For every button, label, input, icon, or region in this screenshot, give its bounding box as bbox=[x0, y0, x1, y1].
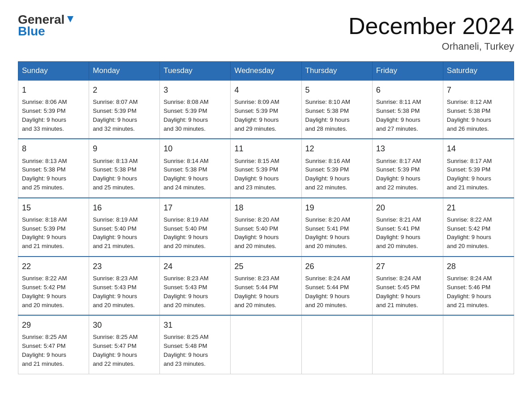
calendar-cell: 30Sunrise: 8:25 AMSunset: 5:47 PMDayligh… bbox=[89, 315, 160, 374]
calendar-cell: 25Sunrise: 8:23 AMSunset: 5:44 PMDayligh… bbox=[231, 257, 301, 315]
page-header: General Blue December 2024 Orhaneli, Tur… bbox=[18, 13, 514, 52]
calendar-cell: 23Sunrise: 8:23 AMSunset: 5:43 PMDayligh… bbox=[89, 257, 160, 315]
logo-arrow-icon bbox=[65, 14, 75, 24]
day-number: 10 bbox=[163, 143, 227, 154]
day-number: 4 bbox=[234, 84, 297, 96]
day-number: 25 bbox=[234, 261, 297, 272]
calendar-cell: 15Sunrise: 8:18 AMSunset: 5:39 PMDayligh… bbox=[18, 198, 89, 257]
calendar-cell: 3Sunrise: 8:08 AMSunset: 5:39 PMDaylight… bbox=[160, 80, 231, 139]
day-number: 2 bbox=[93, 84, 156, 96]
calendar-cell bbox=[372, 315, 443, 374]
calendar-header-row: SundayMondayTuesdayWednesdayThursdayFrid… bbox=[18, 62, 514, 81]
cell-content: Sunrise: 8:24 AMSunset: 5:46 PMDaylight:… bbox=[447, 274, 510, 309]
day-number: 12 bbox=[305, 143, 369, 154]
cell-content: Sunrise: 8:10 AMSunset: 5:38 PMDaylight:… bbox=[305, 98, 369, 133]
logo: General Blue bbox=[18, 13, 75, 39]
day-number: 21 bbox=[447, 202, 510, 214]
calendar-cell: 7Sunrise: 8:12 AMSunset: 5:38 PMDaylight… bbox=[443, 80, 514, 139]
day-number: 26 bbox=[305, 261, 369, 272]
day-number: 16 bbox=[93, 202, 156, 214]
day-number: 23 bbox=[93, 261, 156, 272]
column-header-wednesday: Wednesday bbox=[231, 62, 301, 81]
calendar-week-row: 29Sunrise: 8:25 AMSunset: 5:47 PMDayligh… bbox=[18, 315, 514, 374]
calendar-cell: 8Sunrise: 8:13 AMSunset: 5:38 PMDaylight… bbox=[18, 139, 89, 197]
cell-content: Sunrise: 8:22 AMSunset: 5:42 PMDaylight:… bbox=[22, 274, 85, 309]
cell-content: Sunrise: 8:23 AMSunset: 5:43 PMDaylight:… bbox=[93, 274, 156, 309]
calendar-cell: 10Sunrise: 8:14 AMSunset: 5:38 PMDayligh… bbox=[160, 139, 231, 197]
calendar-cell: 22Sunrise: 8:22 AMSunset: 5:42 PMDayligh… bbox=[18, 257, 89, 315]
day-number: 22 bbox=[22, 261, 85, 272]
calendar-week-row: 15Sunrise: 8:18 AMSunset: 5:39 PMDayligh… bbox=[18, 198, 514, 257]
cell-content: Sunrise: 8:25 AMSunset: 5:48 PMDaylight:… bbox=[163, 333, 227, 368]
column-header-monday: Monday bbox=[89, 62, 160, 81]
cell-content: Sunrise: 8:16 AMSunset: 5:39 PMDaylight:… bbox=[305, 157, 369, 192]
column-header-saturday: Saturday bbox=[443, 62, 514, 81]
title-section: December 2024 Orhaneli, Turkey bbox=[348, 13, 514, 52]
cell-content: Sunrise: 8:24 AMSunset: 5:45 PMDaylight:… bbox=[376, 274, 439, 309]
cell-content: Sunrise: 8:08 AMSunset: 5:39 PMDaylight:… bbox=[163, 98, 227, 133]
cell-content: Sunrise: 8:09 AMSunset: 5:39 PMDaylight:… bbox=[234, 98, 297, 133]
cell-content: Sunrise: 8:19 AMSunset: 5:40 PMDaylight:… bbox=[93, 215, 156, 251]
column-header-tuesday: Tuesday bbox=[160, 62, 231, 81]
calendar-week-row: 8Sunrise: 8:13 AMSunset: 5:38 PMDaylight… bbox=[18, 139, 514, 197]
calendar-cell: 11Sunrise: 8:15 AMSunset: 5:39 PMDayligh… bbox=[231, 139, 301, 197]
calendar-cell: 18Sunrise: 8:20 AMSunset: 5:40 PMDayligh… bbox=[231, 198, 301, 257]
calendar-cell: 6Sunrise: 8:11 AMSunset: 5:38 PMDaylight… bbox=[372, 80, 443, 139]
cell-content: Sunrise: 8:15 AMSunset: 5:39 PMDaylight:… bbox=[234, 157, 297, 192]
calendar-table: SundayMondayTuesdayWednesdayThursdayFrid… bbox=[18, 61, 514, 374]
calendar-cell: 4Sunrise: 8:09 AMSunset: 5:39 PMDaylight… bbox=[231, 80, 301, 139]
cell-content: Sunrise: 8:23 AMSunset: 5:43 PMDaylight:… bbox=[163, 274, 227, 309]
column-header-friday: Friday bbox=[372, 62, 443, 81]
calendar-body: 1Sunrise: 8:06 AMSunset: 5:39 PMDaylight… bbox=[18, 80, 514, 374]
day-number: 13 bbox=[376, 143, 439, 154]
cell-content: Sunrise: 8:21 AMSunset: 5:41 PMDaylight:… bbox=[376, 215, 439, 251]
calendar-cell: 13Sunrise: 8:17 AMSunset: 5:39 PMDayligh… bbox=[372, 139, 443, 197]
calendar-cell: 24Sunrise: 8:23 AMSunset: 5:43 PMDayligh… bbox=[160, 257, 231, 315]
cell-content: Sunrise: 8:20 AMSunset: 5:40 PMDaylight:… bbox=[234, 215, 297, 251]
calendar-cell: 26Sunrise: 8:24 AMSunset: 5:44 PMDayligh… bbox=[301, 257, 372, 315]
cell-content: Sunrise: 8:06 AMSunset: 5:39 PMDaylight:… bbox=[22, 98, 85, 133]
calendar-cell: 28Sunrise: 8:24 AMSunset: 5:46 PMDayligh… bbox=[443, 257, 514, 315]
day-number: 6 bbox=[376, 84, 439, 96]
svg-marker-0 bbox=[67, 16, 73, 22]
day-number: 5 bbox=[305, 84, 369, 96]
calendar-cell: 20Sunrise: 8:21 AMSunset: 5:41 PMDayligh… bbox=[372, 198, 443, 257]
day-number: 7 bbox=[447, 84, 510, 96]
day-number: 15 bbox=[22, 202, 85, 214]
day-number: 20 bbox=[376, 202, 439, 214]
calendar-cell: 31Sunrise: 8:25 AMSunset: 5:48 PMDayligh… bbox=[160, 315, 231, 374]
cell-content: Sunrise: 8:25 AMSunset: 5:47 PMDaylight:… bbox=[22, 333, 85, 368]
cell-content: Sunrise: 8:17 AMSunset: 5:39 PMDaylight:… bbox=[447, 157, 510, 192]
cell-content: Sunrise: 8:25 AMSunset: 5:47 PMDaylight:… bbox=[93, 333, 156, 368]
day-number: 11 bbox=[234, 143, 297, 154]
calendar-cell: 21Sunrise: 8:22 AMSunset: 5:42 PMDayligh… bbox=[443, 198, 514, 257]
subtitle: Orhaneli, Turkey bbox=[348, 41, 514, 52]
cell-content: Sunrise: 8:18 AMSunset: 5:39 PMDaylight:… bbox=[22, 215, 85, 251]
day-number: 31 bbox=[163, 319, 227, 331]
calendar-cell: 29Sunrise: 8:25 AMSunset: 5:47 PMDayligh… bbox=[18, 315, 89, 374]
page-title: December 2024 bbox=[348, 13, 514, 39]
calendar-cell: 14Sunrise: 8:17 AMSunset: 5:39 PMDayligh… bbox=[443, 139, 514, 197]
cell-content: Sunrise: 8:14 AMSunset: 5:38 PMDaylight:… bbox=[163, 157, 227, 192]
column-header-thursday: Thursday bbox=[301, 62, 372, 81]
day-number: 28 bbox=[447, 261, 510, 272]
day-number: 18 bbox=[234, 202, 297, 214]
day-number: 17 bbox=[163, 202, 227, 214]
cell-content: Sunrise: 8:24 AMSunset: 5:44 PMDaylight:… bbox=[305, 274, 369, 309]
day-number: 3 bbox=[163, 84, 227, 96]
calendar-cell: 12Sunrise: 8:16 AMSunset: 5:39 PMDayligh… bbox=[301, 139, 372, 197]
day-number: 19 bbox=[305, 202, 369, 214]
calendar-cell: 2Sunrise: 8:07 AMSunset: 5:39 PMDaylight… bbox=[89, 80, 160, 139]
day-number: 8 bbox=[22, 143, 85, 154]
cell-content: Sunrise: 8:13 AMSunset: 5:38 PMDaylight:… bbox=[93, 157, 156, 192]
calendar-cell: 9Sunrise: 8:13 AMSunset: 5:38 PMDaylight… bbox=[89, 139, 160, 197]
day-number: 1 bbox=[22, 84, 85, 96]
calendar-cell: 1Sunrise: 8:06 AMSunset: 5:39 PMDaylight… bbox=[18, 80, 89, 139]
cell-content: Sunrise: 8:13 AMSunset: 5:38 PMDaylight:… bbox=[22, 157, 85, 192]
cell-content: Sunrise: 8:19 AMSunset: 5:40 PMDaylight:… bbox=[163, 215, 227, 251]
day-number: 27 bbox=[376, 261, 439, 272]
calendar-cell: 5Sunrise: 8:10 AMSunset: 5:38 PMDaylight… bbox=[301, 80, 372, 139]
cell-content: Sunrise: 8:11 AMSunset: 5:38 PMDaylight:… bbox=[376, 98, 439, 133]
day-number: 24 bbox=[163, 261, 227, 272]
cell-content: Sunrise: 8:20 AMSunset: 5:41 PMDaylight:… bbox=[305, 215, 369, 251]
